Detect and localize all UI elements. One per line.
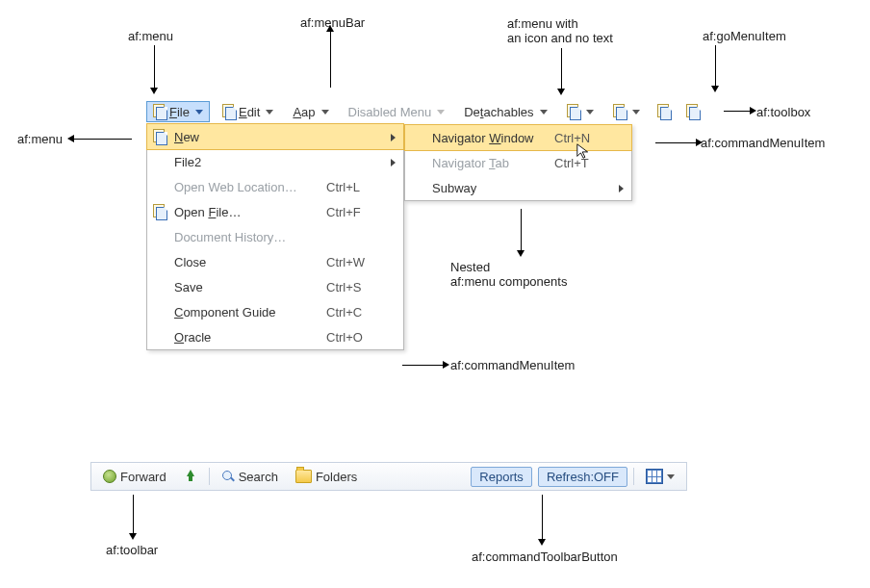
file-dropdown: New File2 Open Web Location… Ctrl+L Open… <box>146 123 404 350</box>
caret-icon <box>540 110 548 115</box>
menu-aap[interactable]: Aap <box>286 102 335 122</box>
menu-disabled: Disabled Menu <box>342 102 452 122</box>
caret-icon <box>321 110 329 115</box>
menuitem-component-guide[interactable]: Component Guide Ctrl+C <box>147 299 403 324</box>
submenu-arrow-icon <box>391 134 396 141</box>
menu-edit[interactable]: Edit <box>216 101 280 122</box>
go-menu-item[interactable] <box>652 101 676 122</box>
submenuitem-navigator-window[interactable]: Navigator Window Ctrl+N <box>404 124 632 151</box>
caret-icon <box>632 110 640 115</box>
toolbar: Forward Search Folders Reports Refresh:O… <box>90 462 687 491</box>
separator <box>633 468 634 485</box>
toolbar-refresh[interactable]: Refresh:OFF <box>538 467 627 487</box>
menuitem-file2[interactable]: File2 <box>147 149 403 174</box>
menuitem-save[interactable]: Save Ctrl+S <box>147 274 403 299</box>
menu-icon-only-2[interactable] <box>606 101 647 122</box>
submenu-arrow-icon <box>391 159 396 166</box>
toolbar-search[interactable]: Search <box>216 468 284 486</box>
caret-icon <box>586 110 594 115</box>
caret-icon <box>667 474 675 479</box>
annotation-af-toolbar: af:toolbar <box>106 543 158 557</box>
toolbox-button[interactable] <box>681 101 704 122</box>
doc-icon <box>153 129 166 144</box>
menuitem-oracle[interactable]: Oracle Ctrl+O <box>147 324 403 349</box>
caret-icon <box>266 110 273 115</box>
toolbar-forward[interactable]: Forward <box>97 468 172 486</box>
annotation-af-menu-icon-only: af:menu with an icon and no text <box>507 16 613 45</box>
annotation-af-commandmenuitem-right: af:commandMenuItem <box>701 136 825 150</box>
menuitem-close[interactable]: Close Ctrl+W <box>147 249 403 274</box>
menuitem-new[interactable]: New <box>146 123 404 150</box>
doc-icon <box>153 204 166 219</box>
doc-icon <box>613 104 627 119</box>
menuitem-document-history: Document History… <box>147 224 403 249</box>
cursor-icon <box>576 142 593 160</box>
doc-icon <box>153 104 166 119</box>
annotation-af-commandtoolbarbutton: af:commandToolbarButton <box>472 550 618 564</box>
menu-detachables[interactable]: Detachables <box>457 102 553 122</box>
doc-icon <box>222 104 236 119</box>
doc-icon <box>686 104 700 119</box>
submenu-arrow-icon <box>619 185 624 192</box>
doc-icon <box>657 104 671 119</box>
toolbar-folders[interactable]: Folders <box>290 468 363 486</box>
annotation-nested-menu: Nested af:menu components <box>450 260 567 289</box>
up-arrow-icon <box>184 470 197 483</box>
annotation-af-menu-top: af:menu <box>128 29 173 43</box>
menu-icon-only[interactable] <box>560 101 601 122</box>
toolbar-up[interactable] <box>178 468 203 485</box>
submenuitem-subway[interactable]: Subway <box>405 175 631 200</box>
annotation-af-gomenuitem: af:goMenuItem <box>703 29 786 43</box>
separator <box>209 468 210 485</box>
new-submenu: Navigator Window Ctrl+N Navigator Tab Ct… <box>404 124 632 201</box>
caret-icon <box>195 110 203 115</box>
menu-file[interactable]: File <box>146 101 210 122</box>
annotation-af-commandmenuitem-bottom: af:commandMenuItem <box>450 358 575 372</box>
toolbar-reports[interactable]: Reports <box>471 467 532 487</box>
toolbar-grid[interactable] <box>640 467 680 486</box>
menubar: File Edit Aap Disabled Menu Detachables <box>146 100 704 123</box>
forward-icon <box>103 470 116 483</box>
folder-icon <box>295 470 312 483</box>
doc-icon <box>567 104 580 119</box>
submenuitem-navigator-tab: Navigator Tab Ctrl+T <box>405 150 631 175</box>
annotation-af-menu-left: af:menu <box>17 132 63 146</box>
search-icon <box>221 470 235 483</box>
grid-icon <box>646 469 663 484</box>
menuitem-open-web-location: Open Web Location… Ctrl+L <box>147 174 403 199</box>
caret-icon <box>437 110 445 115</box>
annotation-af-toolbox: af:toolbox <box>756 105 810 119</box>
menuitem-open-file[interactable]: Open File… Ctrl+F <box>147 199 403 224</box>
